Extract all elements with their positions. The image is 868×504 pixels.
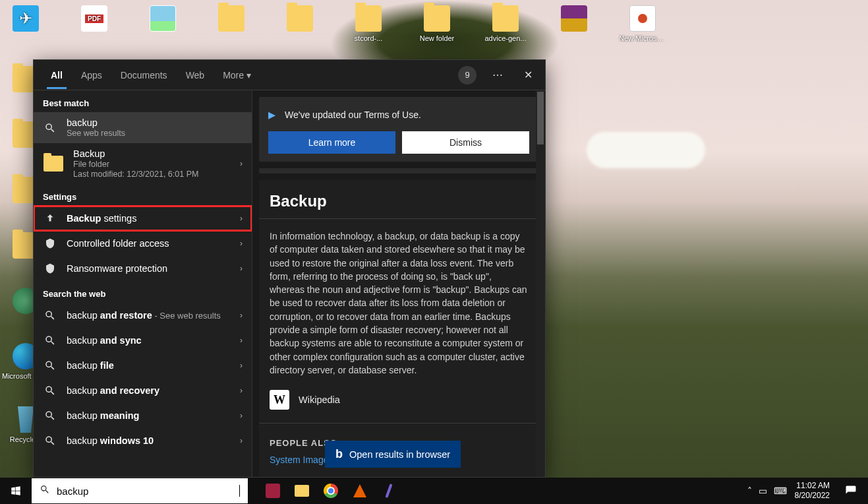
snip-icon (266, 484, 280, 498)
tab-more[interactable]: More ▾ (214, 62, 260, 88)
search-icon (40, 484, 50, 497)
chevron-right-icon: › (240, 436, 243, 445)
open-in-browser-button[interactable]: b Open results in browser (325, 441, 461, 468)
desktop-icon-folder-5[interactable]: advice-gen... (488, 5, 523, 42)
taskbar-app-snip[interactable] (260, 478, 286, 504)
desktop-icon-folder-2[interactable] (282, 5, 318, 42)
wikipedia-icon: W (270, 390, 289, 410)
taskbar-clock[interactable]: 11:02 AM 8/20/2022 (795, 481, 830, 501)
taskbar-app-vlc[interactable] (347, 478, 373, 504)
file-explorer-icon (295, 485, 309, 497)
folder-icon (287, 5, 313, 32)
rewards-badge[interactable]: 9 (458, 66, 477, 84)
windows-icon (10, 485, 22, 497)
taskbar-app-feather[interactable] (376, 478, 402, 504)
chrome-icon (324, 484, 338, 498)
folder-icon (355, 5, 382, 32)
pdf-icon (81, 5, 107, 32)
folder-icon (492, 5, 519, 32)
chevron-right-icon: › (240, 411, 243, 420)
web-result-backup-and-recovery[interactable]: backup and recovery › (34, 378, 252, 403)
desktop-icon-folder-3[interactable]: stcord-... (351, 5, 386, 42)
divider (259, 423, 538, 424)
tab-apps[interactable]: Apps (72, 62, 111, 88)
search-icon (43, 333, 57, 348)
chevron-right-icon: › (240, 159, 243, 168)
system-tray: ˄ ▭ ⌨ 11:02 AM 8/20/2022 (747, 478, 868, 504)
powerpoint-icon (629, 5, 656, 32)
desktop-icon-ppt[interactable]: New Microsoft... (625, 5, 660, 42)
close-icon[interactable]: ✕ (519, 69, 537, 81)
definition-card: Backup In information technology, a back… (259, 180, 538, 477)
tray-chevron-icon[interactable]: ˄ (747, 486, 752, 496)
search-icon (43, 383, 57, 398)
result-type: File folder (73, 160, 236, 169)
tab-documents[interactable]: Documents (111, 62, 177, 88)
web-result-backup-meaning[interactable]: backup meaning › (34, 403, 252, 428)
tab-more-label: More (223, 70, 244, 80)
picture-icon (150, 5, 176, 32)
preview-panel: ▸ We've updated our Terms of Use. Learn … (252, 90, 545, 477)
desktop-icon-winrar[interactable] (556, 5, 592, 42)
wikipedia-source[interactable]: W Wikipedia (270, 390, 528, 410)
result-modified: Last modified: 12/3/2021, 6:01 PM (73, 170, 236, 179)
search-header: All Apps Documents Web More ▾ 9 ⋯ ✕ (34, 60, 545, 90)
start-button[interactable] (0, 478, 32, 504)
clock-date: 8/20/2022 (795, 491, 830, 501)
dismiss-button[interactable]: Dismiss (402, 131, 529, 154)
web-result-backup-windows-10[interactable]: backup windows 10 › (34, 428, 252, 453)
telegram-icon: ✈ (13, 5, 39, 32)
action-center-button[interactable] (838, 478, 864, 504)
desktop-icon-folder-4[interactable]: New folder (419, 5, 455, 42)
tray-keyboard-icon[interactable]: ⌨ (774, 486, 787, 496)
result-label: backup and sync (67, 335, 236, 346)
tray-battery-icon[interactable]: ▭ (759, 486, 767, 496)
tou-message: We've updated our Terms of Use. (285, 110, 421, 120)
learn-more-button[interactable]: Learn more (268, 131, 395, 154)
definition-title: Backup (270, 192, 528, 210)
open-browser-label: Open results in browser (349, 449, 450, 460)
search-filter-tabs: All Apps Documents Web More ▾ (42, 62, 260, 88)
definition-text: In information technology, a backup, or … (270, 230, 528, 377)
result-backup-settings[interactable]: Backup settings › (34, 206, 252, 231)
search-input[interactable] (57, 486, 241, 497)
chevron-right-icon: › (240, 239, 243, 248)
wikipedia-label: Wikipedia (299, 394, 340, 405)
taskbar-app-chrome[interactable] (318, 478, 344, 504)
scrollbar[interactable] (536, 90, 545, 477)
more-options-icon[interactable]: ⋯ (488, 69, 507, 81)
result-folder-backup[interactable]: Backup File folder Last modified: 12/3/2… (34, 143, 252, 184)
taskbar-app-explorer[interactable] (289, 478, 315, 504)
chevron-right-icon: › (240, 336, 243, 345)
result-controlled-folder-access[interactable]: Controlled folder access › (34, 231, 252, 256)
chevron-right-icon: › (240, 361, 243, 370)
folder-icon (424, 5, 450, 32)
web-result-backup-and-sync[interactable]: backup and sync › (34, 328, 252, 353)
chevron-right-icon: › (240, 214, 243, 223)
tab-all[interactable]: All (42, 62, 72, 88)
feather-icon (385, 484, 392, 498)
result-label: backup and restore - See web results (67, 310, 236, 321)
desktop-icon-picture[interactable] (145, 5, 181, 42)
notification-icon (845, 485, 857, 497)
people-also-link[interactable]: System Image (270, 455, 328, 465)
bing-icon: ▸ (268, 106, 275, 123)
result-ransomware-protection[interactable]: Ransomware protection › (34, 256, 252, 281)
section-search-web: Search the web (34, 281, 252, 303)
desktop-icon-folder-1[interactable] (214, 5, 249, 42)
best-match-item[interactable]: backup See web results (34, 112, 252, 143)
taskbar-search-box[interactable] (32, 478, 248, 503)
desktop-icon-telegram[interactable]: ✈ (8, 5, 43, 42)
section-settings: Settings (34, 184, 252, 206)
web-result-backup-file[interactable]: backup file › (34, 353, 252, 378)
folder-icon (218, 5, 245, 32)
clock-time: 11:02 AM (795, 481, 830, 491)
desktop-icon-row: ✈ stcord-... New folder advice-gen... Ne… (8, 5, 660, 42)
web-result-backup-and-restore[interactable]: backup and restore - See web results › (34, 303, 252, 328)
search-icon (43, 121, 57, 135)
search-icon (43, 308, 57, 323)
tab-web[interactable]: Web (177, 62, 214, 88)
desktop-icon-pdf[interactable] (76, 5, 112, 42)
vlc-icon (353, 484, 366, 497)
chevron-right-icon: › (240, 264, 243, 273)
